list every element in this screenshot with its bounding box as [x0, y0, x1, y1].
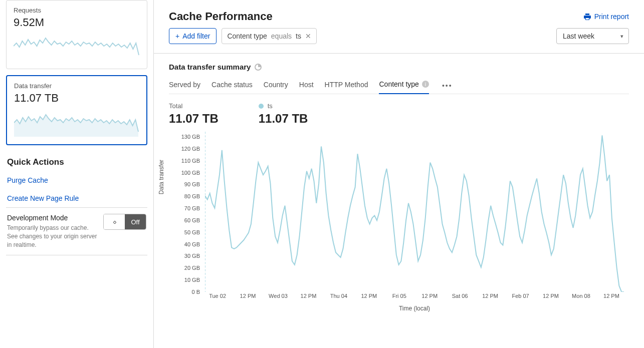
- x-tick: 12 PM: [361, 293, 377, 299]
- time-range-select[interactable]: Last week: [556, 28, 629, 44]
- card-label: Data transfer: [14, 82, 139, 90]
- quick-actions: Quick Actions Purge Cache Create New Pag…: [6, 151, 147, 255]
- x-tick: Mon 08: [572, 293, 590, 299]
- legend-dot-icon: [259, 104, 264, 109]
- total-all: Total 11.07 TB: [169, 102, 219, 126]
- close-icon[interactable]: ✕: [305, 32, 311, 40]
- y-tick: 70 GB: [184, 205, 200, 211]
- x-axis: Tue 0212 PMWed 0312 PMThu 0412 PMFri 051…: [205, 292, 624, 312]
- development-mode-row: Development Mode Temporarily bypass our …: [6, 207, 147, 255]
- add-filter-button[interactable]: + Add filter: [169, 28, 217, 44]
- x-tick: 12 PM: [543, 293, 559, 299]
- print-report[interactable]: Print report: [583, 13, 629, 21]
- sparkline-data-transfer: [14, 108, 139, 137]
- x-tick: Thu 04: [330, 293, 347, 299]
- y-tick: 50 GB: [184, 229, 200, 235]
- pie-icon: [255, 64, 262, 71]
- devmode-desc: Temporarily bypass our cache. See change…: [7, 224, 97, 249]
- card-label: Requests: [14, 7, 140, 14]
- y-axis: Data transfer 0 B10 GB20 GB30 GB40 GB50 …: [169, 132, 203, 292]
- x-tick: 12 PM: [240, 293, 256, 299]
- arrows-icon: [104, 214, 125, 229]
- total-label: ts: [268, 102, 273, 110]
- time-range-label: Last week: [563, 32, 594, 40]
- x-tick: 12 PM: [603, 293, 619, 299]
- quick-actions-title: Quick Actions: [7, 157, 147, 167]
- print-icon: [583, 13, 591, 21]
- y-tick: 30 GB: [184, 253, 200, 259]
- total-value: 11.07 TB: [169, 112, 219, 126]
- print-label: Print report: [594, 13, 629, 21]
- summary-tabs: Served by Cache status Country Host HTTP…: [169, 77, 629, 94]
- chip-value: ts: [296, 32, 301, 40]
- card-value: 11.07 TB: [14, 92, 139, 105]
- y-tick: 0 B: [191, 289, 200, 295]
- card-data-transfer[interactable]: Data transfer 11.07 TB: [6, 75, 147, 145]
- total-label: Total: [169, 102, 219, 110]
- sidebar: Requests 9.52M Data transfer 11.07 TB Qu…: [0, 0, 153, 348]
- filter-chip-content-type[interactable]: Content type equals ts ✕: [222, 28, 317, 44]
- header: Cache Performance Print report: [154, 0, 644, 28]
- plot-area[interactable]: [205, 132, 624, 292]
- chip-op: equals: [271, 32, 292, 40]
- filter-row: + Add filter Content type equals ts ✕ La…: [154, 28, 644, 54]
- main: Cache Performance Print report + Add fil…: [153, 0, 644, 348]
- sparkline-requests: [14, 32, 140, 61]
- total-value: 11.07 TB: [259, 112, 308, 126]
- tab-label: Content type: [379, 80, 418, 88]
- content: Data transfer summary Served by Cache st…: [154, 54, 644, 317]
- card-requests[interactable]: Requests 9.52M: [6, 0, 147, 69]
- add-filter-label: Add filter: [182, 32, 210, 40]
- quick-actions-list: Purge Cache Create New Page Rule: [6, 171, 147, 207]
- chart: Data transfer 0 B10 GB20 GB30 GB40 GB50 …: [169, 132, 629, 312]
- tab-served-by[interactable]: Served by: [169, 78, 200, 94]
- y-tick: 90 GB: [184, 181, 200, 187]
- devmode-toggle[interactable]: Off: [103, 214, 146, 230]
- devmode-title: Development Mode: [7, 214, 97, 222]
- action-create-page-rule[interactable]: Create New Page Rule: [6, 189, 147, 207]
- y-tick: 40 GB: [184, 241, 200, 247]
- x-tick: 12 PM: [301, 293, 317, 299]
- y-tick: 100 GB: [181, 170, 200, 176]
- totals: Total 11.07 TB ts 11.07 TB: [169, 102, 629, 126]
- chip-field: Content type: [227, 32, 267, 40]
- y-tick: 10 GB: [184, 277, 200, 283]
- x-tick: Wed 03: [269, 293, 288, 299]
- y-axis-label: Data transfer: [158, 160, 165, 194]
- tabs-overflow[interactable]: •••: [440, 82, 455, 90]
- tab-cache-status[interactable]: Cache status: [211, 78, 253, 94]
- y-tick: 20 GB: [184, 265, 200, 271]
- card-value: 9.52M: [14, 16, 140, 29]
- page-title: Cache Performance: [169, 10, 273, 23]
- info-icon: i: [422, 81, 429, 88]
- x-tick: Fri 05: [392, 293, 406, 299]
- x-tick: Sat 06: [452, 293, 468, 299]
- x-tick: Feb 07: [512, 293, 529, 299]
- tab-http-method[interactable]: HTTP Method: [325, 78, 368, 94]
- y-tick: 130 GB: [181, 134, 200, 140]
- x-tick: 12 PM: [482, 293, 498, 299]
- toggle-state: Off: [125, 214, 146, 229]
- y-tick: 120 GB: [181, 146, 200, 152]
- x-tick: Tue 02: [209, 293, 226, 299]
- tab-host[interactable]: Host: [299, 78, 314, 94]
- total-ts: ts 11.07 TB: [259, 102, 308, 126]
- x-axis-label: Time (local): [399, 305, 430, 312]
- y-tick: 80 GB: [184, 193, 200, 199]
- action-purge-cache[interactable]: Purge Cache: [6, 171, 147, 189]
- summary-title: Data transfer summary: [169, 63, 251, 71]
- x-tick: 12 PM: [421, 293, 438, 299]
- y-tick: 110 GB: [181, 158, 200, 164]
- tab-country[interactable]: Country: [264, 78, 288, 94]
- tab-content-type[interactable]: Content type i: [379, 77, 428, 94]
- plus-icon: +: [175, 32, 179, 40]
- y-tick: 60 GB: [184, 217, 200, 223]
